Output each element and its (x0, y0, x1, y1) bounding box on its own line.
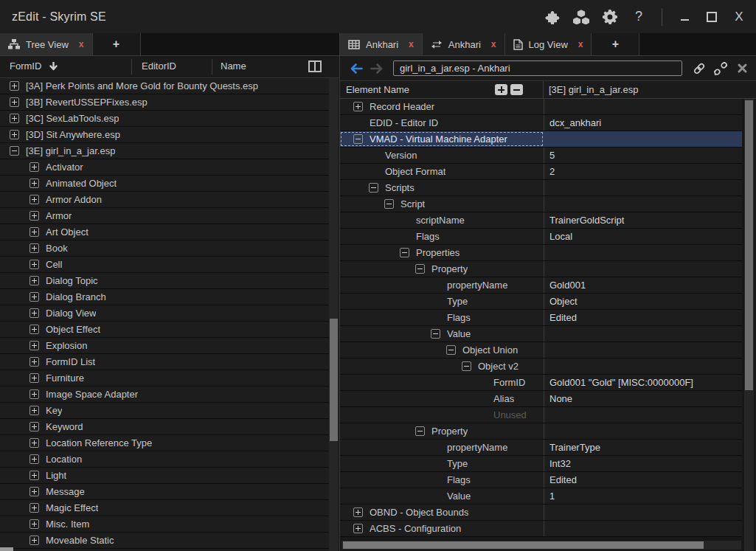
element-name-cell[interactable]: Type (340, 456, 544, 471)
tree-row[interactable]: Dialog Topic (0, 273, 329, 289)
tab-log-view[interactable]: Log View x (505, 33, 592, 55)
expand-icon[interactable] (10, 114, 19, 123)
tree-row[interactable]: Magic Effect (0, 500, 329, 516)
tab-references-ankhari[interactable]: Ankhari x (423, 33, 505, 55)
expand-icon[interactable] (30, 211, 39, 221)
modules-cubes-icon[interactable] (572, 8, 590, 26)
tab-record-view-ankhari[interactable]: Ankhari x (340, 33, 423, 55)
expand-icon[interactable] (30, 227, 39, 237)
element-name-cell[interactable]: Value (340, 488, 544, 504)
element-value-cell[interactable] (544, 342, 742, 358)
element-value-cell[interactable] (544, 505, 742, 520)
settings-gear-icon[interactable] (601, 8, 619, 26)
column-formid[interactable]: FormID (10, 60, 41, 72)
expand-icon[interactable] (30, 438, 39, 448)
element-value-cell[interactable]: Gold001 (544, 277, 742, 293)
expand-icon[interactable] (30, 536, 39, 545)
tree-row[interactable]: Key (0, 403, 329, 419)
expand-icon[interactable] (30, 162, 39, 172)
tree-horizontal-scroll-thumb[interactable] (0, 547, 13, 551)
tree-row[interactable]: Moveable Static (0, 533, 329, 549)
record-column-header[interactable]: [3E] girl_in_a_jar.esp (544, 84, 756, 95)
element-value-cell[interactable] (544, 131, 742, 147)
tree-row[interactable]: Dialog Branch (0, 289, 329, 305)
grid-horizontal-scrollbar[interactable] (341, 541, 741, 550)
element-value-cell[interactable]: Gold001 "Gold" [MISC:0000000F] (544, 375, 742, 390)
expand-icon[interactable] (30, 406, 39, 415)
sort-descending-icon[interactable] (49, 62, 58, 73)
expand-icon[interactable] (30, 341, 39, 350)
collapse-icon[interactable] (400, 248, 409, 257)
element-row[interactable]: EDID - Editor IDdcx_ankhari (340, 115, 742, 131)
close-button[interactable]: X (731, 9, 747, 25)
expand-icon[interactable] (10, 130, 19, 139)
expand-icon[interactable] (30, 422, 39, 432)
tree-row[interactable]: Armor Addon (0, 192, 329, 208)
expand-icon[interactable] (30, 260, 39, 269)
tree-row[interactable]: [3C] SexLabTools.esp (0, 111, 329, 127)
collapse-icon[interactable] (415, 426, 425, 436)
expand-icon[interactable] (30, 389, 39, 399)
tree-row[interactable]: Message (0, 484, 329, 500)
tab-close-icon[interactable]: x (79, 39, 84, 49)
tree-row[interactable]: Art Object (0, 224, 329, 240)
collapse-icon[interactable] (384, 199, 394, 209)
element-row[interactable]: Unused (340, 407, 742, 423)
tree-row[interactable]: Animated Object (0, 176, 329, 192)
collapse-icon[interactable] (431, 329, 440, 339)
element-value-cell[interactable]: TrainerType (544, 440, 742, 455)
element-name-cell[interactable]: Version (340, 148, 544, 163)
element-name-cell[interactable]: propertyName (340, 277, 544, 293)
element-name-cell[interactable]: scriptName (340, 212, 544, 228)
expand-icon[interactable] (30, 471, 39, 480)
tree-row[interactable]: Cell (0, 257, 329, 273)
tree-row[interactable]: [3E] girl_in_a_jar.esp (0, 143, 329, 159)
expand-all-button[interactable] (495, 84, 507, 95)
element-row[interactable]: Scripts (340, 180, 742, 196)
element-value-cell[interactable]: Edited (544, 310, 742, 325)
element-row[interactable]: TypeInt32 (340, 456, 742, 472)
grid-vertical-scrollbar[interactable] (744, 99, 754, 551)
column-divider[interactable] (131, 59, 132, 74)
expand-icon[interactable] (30, 373, 39, 383)
element-value-cell[interactable]: TrainerGoldScript (544, 212, 742, 228)
element-row[interactable]: FormIDGold001 "Gold" [MISC:0000000F] (340, 375, 742, 391)
element-row[interactable]: FlagsEdited (340, 310, 742, 326)
element-value-cell[interactable]: dcx_ankhari (544, 115, 742, 131)
element-value-cell[interactable] (544, 261, 742, 277)
element-row[interactable]: AliasNone (340, 391, 742, 407)
element-value-cell[interactable] (544, 358, 742, 374)
tree-row[interactable]: Explosion (0, 338, 329, 354)
expand-icon[interactable] (30, 179, 39, 188)
element-row[interactable]: propertyNameTrainerType (340, 440, 742, 456)
tree-row[interactable]: Dialog View (0, 305, 329, 322)
tree-row[interactable]: Light (0, 468, 329, 484)
back-button[interactable] (350, 63, 363, 74)
element-value-cell[interactable] (544, 180, 742, 195)
element-value-cell[interactable] (544, 196, 742, 212)
element-name-cell[interactable]: FormID (340, 375, 544, 390)
element-row[interactable]: Property (340, 423, 742, 440)
expand-icon[interactable] (30, 325, 39, 334)
collapse-all-button[interactable] (510, 84, 523, 95)
tree-row[interactable]: [3B] RevertUSSEPFixes.esp (0, 94, 329, 111)
element-name-cell[interactable]: Flags (340, 472, 544, 488)
element-name-cell[interactable]: ACBS - Configuration (340, 521, 544, 536)
element-row[interactable]: scriptNameTrainerGoldScript (340, 212, 742, 229)
element-value-cell[interactable]: Int32 (544, 456, 742, 471)
tree-row[interactable]: Misc. Item (0, 516, 329, 533)
element-name-cell[interactable]: Value (340, 326, 544, 342)
tree-row[interactable]: Image Space Adapter (0, 387, 329, 403)
expand-icon[interactable] (30, 276, 39, 285)
expand-icon[interactable] (30, 487, 39, 496)
tree-row[interactable]: Object Effect (0, 322, 329, 338)
maximize-button[interactable] (704, 9, 720, 25)
element-name-cell[interactable]: Unused (340, 407, 544, 423)
tree-row[interactable]: Location Reference Type (0, 435, 329, 451)
element-row[interactable]: Properties (340, 245, 742, 261)
tab-close-icon[interactable]: x (491, 39, 496, 49)
element-row[interactable]: OBND - Object Bounds (340, 505, 742, 521)
element-row[interactable]: Value (340, 326, 742, 342)
element-row[interactable]: VMAD - Virtual Machine Adapter (340, 131, 742, 148)
element-name-cell[interactable]: Object Union (340, 342, 544, 358)
